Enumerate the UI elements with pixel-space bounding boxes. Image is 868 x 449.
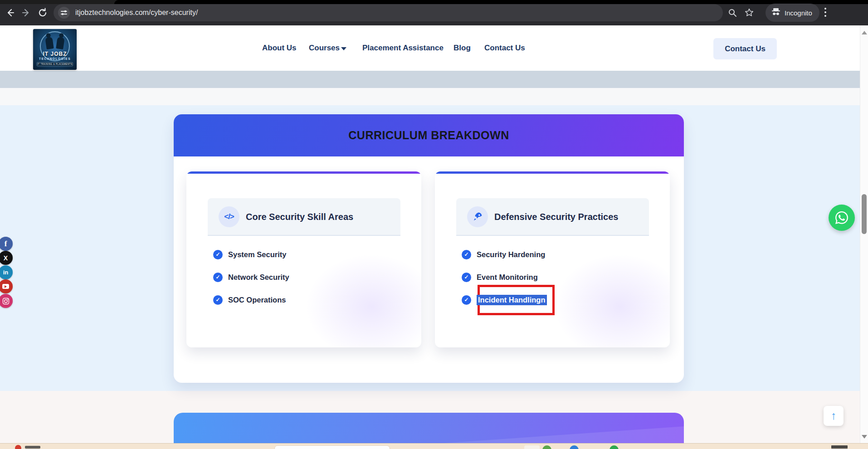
browser-menu-icon[interactable] [824, 8, 826, 18]
url-text[interactable]: itjobztechnologies.com/cyber-security/ [75, 4, 198, 21]
scroll-to-top-button[interactable]: ↑ [824, 406, 844, 426]
nav-courses[interactable]: Courses [309, 25, 340, 71]
check-icon: ✓ [462, 273, 471, 282]
taskbar-app-icon[interactable] [524, 445, 540, 449]
taskbar-app-icon-green-2[interactable] [610, 445, 619, 449]
forward-button[interactable] [21, 7, 32, 18]
nav-about-us[interactable]: About Us [262, 25, 297, 71]
taskbar-text-fragment [25, 446, 40, 449]
address-bar[interactable]: itjobztechnologies.com/cyber-security/ [54, 4, 723, 21]
selected-text[interactable]: Incident Handlingn [477, 295, 547, 305]
section-title: CURRICULUM BREAKDOWN [174, 114, 684, 156]
bookmark-star-icon[interactable] [744, 7, 755, 18]
curriculum-banner: CURRICULUM BREAKDOWN [174, 114, 684, 156]
logo-text-2: TECHNOLOGIES [33, 57, 77, 60]
card-title: Core Security Skill Areas [246, 198, 353, 236]
reload-button[interactable] [37, 7, 48, 18]
incognito-label: Incognito [785, 9, 812, 17]
whatsapp-button[interactable] [829, 205, 855, 231]
list-item: ✓ Event Monitoring [462, 269, 652, 285]
nav-placement-assistance[interactable]: Placement Assistance [362, 25, 444, 71]
taskbar-strip [0, 443, 868, 449]
rocket-icon [467, 206, 488, 227]
check-icon: ✓ [462, 250, 471, 259]
search-icon[interactable] [727, 7, 738, 18]
code-icon: </> [219, 206, 239, 227]
incognito-badge: Incognito [766, 4, 819, 22]
list-item-selected: ✓ Incident Handlingn [462, 292, 652, 307]
chevron-down-icon [341, 47, 346, 50]
list-item: ✓ SOC Operations [213, 292, 404, 307]
section-divider-band [0, 71, 860, 88]
scrollbar-down-arrow[interactable] [862, 435, 867, 439]
light-band [0, 88, 860, 105]
card-title: Defensive Security Practices [494, 198, 619, 236]
tab-strip [0, 0, 868, 4]
taskbar-clock-fragment [831, 445, 848, 449]
page-scrollbar[interactable] [860, 25, 868, 443]
check-icon: ✓ [213, 295, 223, 305]
check-icon: ✓ [462, 295, 471, 305]
browser-toolbar: itjobztechnologies.com/cyber-security/ I… [0, 0, 868, 25]
taskbar-app-icon-blue[interactable] [570, 445, 579, 449]
site-header: IT JOBZ TECHNOLOGIES IT TRAINING & PLACE… [0, 25, 868, 71]
nav-blog[interactable]: Blog [454, 25, 471, 71]
contact-us-button[interactable]: Contact Us [713, 38, 777, 59]
scrollbar-thumb[interactable] [862, 194, 867, 234]
logo-text-1: IT JOBZ [33, 51, 77, 57]
skill-card-defensive-security: Defensive Security Practices ✓ Security … [435, 171, 670, 347]
logo-text-3: IT TRAINING & PLACEMENTS [37, 62, 73, 66]
taskbar-search-pill[interactable] [274, 445, 390, 449]
nav-contact-us[interactable]: Contact Us [484, 25, 525, 71]
check-icon: ✓ [213, 250, 223, 259]
taskbar-badge-icon[interactable] [15, 445, 21, 449]
site-info-icon[interactable] [58, 7, 70, 19]
incognito-icon [771, 7, 781, 18]
back-button[interactable] [5, 7, 15, 18]
card-header: </> Core Security Skill Areas [208, 198, 400, 236]
skill-card-core-security: </> Core Security Skill Areas ✓ System S… [186, 171, 421, 347]
list-item: ✓ Network Security [213, 269, 404, 285]
taskbar-app-icon-green[interactable] [542, 445, 551, 449]
card-header: Defensive Security Practices [456, 198, 649, 236]
list-item: ✓ System Security [213, 247, 404, 262]
site-logo[interactable]: IT JOBZ TECHNOLOGIES IT TRAINING & PLACE… [33, 29, 77, 70]
scrollbar-up-arrow[interactable] [862, 31, 867, 34]
curriculum-card: CURRICULUM BREAKDOWN </> Core Security S… [174, 114, 684, 383]
check-icon: ✓ [213, 273, 223, 282]
list-item: ✓ Security Hardening [462, 247, 652, 262]
